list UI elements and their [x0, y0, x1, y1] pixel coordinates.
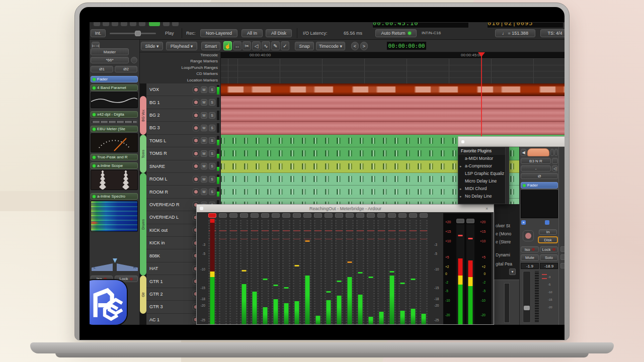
audio-region[interactable] — [221, 160, 565, 173]
location-markers-ruler[interactable] — [221, 77, 565, 83]
audio-region[interactable] — [221, 173, 565, 186]
track-name[interactable]: GTR 2 — [147, 292, 193, 297]
nav-next-button[interactable]: > — [360, 42, 368, 50]
track-name[interactable]: TOMS R — [147, 151, 193, 156]
monitor-input-button[interactable]: In — [539, 229, 557, 235]
audio-region[interactable] — [221, 83, 565, 96]
record-arm-button[interactable] — [193, 86, 199, 93]
track-header[interactable]: ROOM L M S — [146, 173, 221, 186]
phase-right-button[interactable]: Ø2 — [115, 66, 137, 72]
group-tab[interactable]: Gtr — [140, 276, 146, 314]
phase-left-button[interactable]: Ø1 — [91, 66, 113, 72]
solo-iso-button[interactable]: Iso — [521, 246, 539, 252]
record-arm-button[interactable] — [193, 189, 199, 195]
track-name[interactable]: BG 1 — [147, 100, 193, 105]
transport-button-partial[interactable] — [172, 22, 179, 26]
transport-button-partial[interactable] — [103, 22, 109, 26]
processor-truepeak[interactable]: True-Peak and R — [91, 154, 138, 160]
peak-reset-button[interactable] — [219, 213, 227, 218]
record-enable-button[interactable] — [149, 22, 160, 26]
audio-region[interactable] — [221, 122, 565, 134]
transport-button-partial[interactable] — [121, 22, 127, 26]
solo-button[interactable]: S — [209, 176, 215, 183]
audio-region[interactable] — [221, 96, 565, 109]
plugin-inline-slider[interactable] — [91, 119, 138, 124]
solo-button[interactable]: S — [209, 137, 215, 144]
ruler-lanes[interactable]: 00:00:40:00 00:00:45:00 — [221, 52, 565, 83]
menu-item[interactable]: MIDI Chord — [458, 185, 509, 193]
track-name[interactable]: BG 3 — [147, 125, 193, 130]
solo-button[interactable]: S — [209, 112, 215, 119]
mute-button[interactable]: M — [201, 86, 207, 93]
peak-reset-button[interactable] — [251, 213, 259, 218]
playhead-marker[interactable] — [478, 52, 485, 57]
peak-reset-button[interactable] — [466, 219, 474, 223]
record-mode-button[interactable]: Non-Layered — [200, 29, 237, 37]
transport-button-partial[interactable] — [94, 22, 100, 26]
track-name[interactable]: OVERHEAD L — [147, 215, 193, 220]
peak-reset-button[interactable] — [293, 213, 301, 218]
peak-reset-button[interactable] — [420, 213, 428, 218]
peak-reset-button[interactable] — [377, 213, 385, 218]
track-name[interactable]: HAT — [147, 266, 193, 271]
track-name[interactable]: KICK out — [147, 228, 193, 233]
input-options-icon[interactable] — [552, 158, 558, 164]
snap-mode-button[interactable]: Snap — [295, 42, 314, 50]
auto-return-button[interactable]: Auto Return — [375, 29, 417, 37]
solo-button[interactable]: S — [209, 163, 215, 169]
processor-led[interactable] — [93, 78, 96, 81]
peak-reset-button[interactable] — [398, 213, 407, 218]
edit-point-clock[interactable]: 00:00:00:00 — [386, 41, 427, 50]
shuttle-thumb[interactable] — [135, 31, 141, 36]
trim-button[interactable]: - — [521, 165, 551, 171]
range-markers-ruler[interactable] — [221, 58, 565, 64]
gain-display[interactable]: -1.9 — [521, 263, 539, 269]
secondary-clock[interactable]: 010|02|0095 — [487, 22, 564, 28]
shuttle-control[interactable] — [110, 33, 156, 34]
solo-button[interactable]: S — [209, 150, 215, 157]
loop-punch-ruler[interactable] — [221, 65, 565, 71]
mute-button[interactable]: M — [201, 137, 207, 144]
audio-region[interactable] — [221, 147, 565, 160]
track-name[interactable]: TOMS L — [147, 138, 193, 143]
track-name[interactable]: KICK in — [147, 240, 193, 245]
plugin-list-item[interactable]: olver St — [496, 223, 510, 228]
tool-button[interactable]: ∿ — [262, 41, 270, 50]
solo-button[interactable]: S — [209, 86, 215, 93]
mute-button[interactable]: M — [201, 112, 207, 119]
record-arm-button[interactable] — [193, 99, 199, 106]
ruler-label[interactable]: Loop/Punch Ranges — [140, 65, 220, 71]
mute-button[interactable]: M — [201, 189, 207, 195]
strip-prev-icon[interactable]: ◀ — [521, 149, 526, 156]
peak-reset-button[interactable] — [272, 213, 280, 218]
tool-button[interactable]: ◁ — [252, 41, 261, 50]
peak-reset-button[interactable] — [229, 213, 237, 218]
peak-reset-button[interactable] — [240, 213, 248, 218]
track-name[interactable]: ROOM L — [147, 176, 193, 182]
transport-button-partial[interactable] — [139, 22, 145, 26]
mute-button[interactable]: Mute — [521, 254, 539, 261]
menu-item[interactable]: No Delay Line — [458, 193, 509, 200]
tempo-button[interactable]: ♩ = 151.388 — [495, 29, 535, 37]
track-name[interactable]: GTR 1 — [147, 279, 193, 284]
timecode-ruler[interactable]: 00:00:40:00 00:00:45:00 — [221, 52, 565, 58]
peak-reset-button[interactable] — [261, 213, 269, 218]
tool-button[interactable]: ✎ — [271, 41, 280, 50]
track-color-nameplate[interactable] — [527, 148, 549, 156]
meterbridge-titlebar[interactable]: ReachingOut - Meterbridge - Ardour × — [197, 205, 494, 212]
strip-menu-icon[interactable] — [550, 149, 554, 156]
peak-reset-button[interactable] — [456, 219, 464, 223]
track-header[interactable]: SNARE M S — [146, 160, 221, 173]
processor-fader[interactable]: Fader — [91, 76, 138, 82]
track-name[interactable]: OVERHEAD R — [147, 202, 193, 207]
pin-icon[interactable] — [545, 220, 549, 225]
peak-reset-button[interactable] — [208, 213, 216, 218]
track-header[interactable]: BG 1 M S — [146, 96, 221, 109]
menu-item[interactable]: LSP Graphic Equaliz — [458, 170, 509, 177]
edit-point-dropdown[interactable]: Playhead ▾ — [166, 42, 197, 50]
primary-clock[interactable]: 00:00:45:10 — [372, 22, 469, 28]
mute-button[interactable]: M — [201, 176, 207, 183]
pan-pointer[interactable] — [113, 258, 117, 263]
tool-button[interactable]: ✂ — [243, 41, 251, 50]
peak-reset-button[interactable] — [367, 213, 375, 218]
